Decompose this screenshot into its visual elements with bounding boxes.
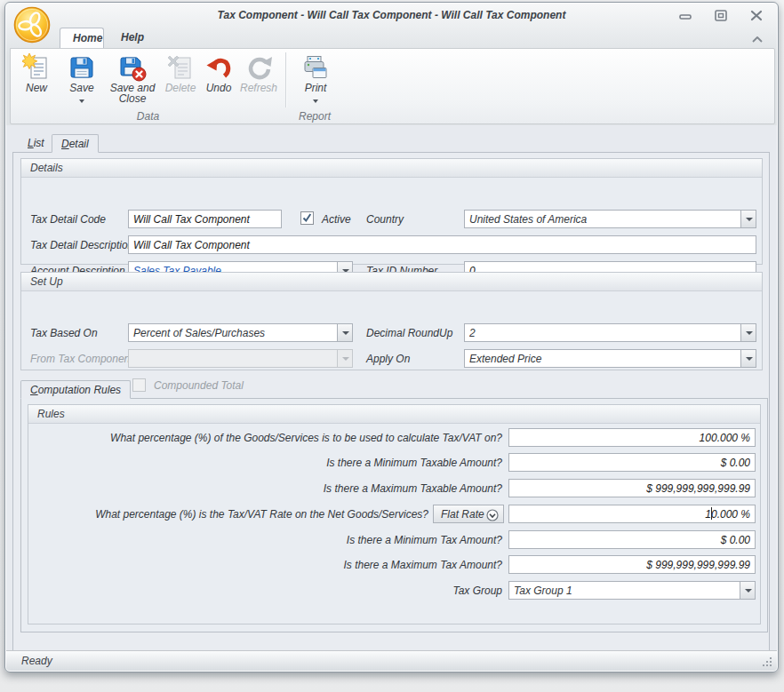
status-bar: Ready [6, 650, 777, 671]
save-floppy-icon [68, 53, 96, 82]
apply-on-dropdown-arrow-icon[interactable] [740, 350, 756, 367]
refresh-button[interactable]: Refresh [237, 52, 280, 110]
rule-max-tax-input[interactable] [508, 555, 756, 574]
country-dropdown-arrow-icon[interactable] [740, 211, 756, 227]
checkmark-icon [301, 212, 313, 224]
tab-computation-rules[interactable]: Computation Rules [20, 380, 131, 399]
country-label: Country [366, 213, 404, 227]
tax-detail-description-label: Tax Detail Description [30, 239, 133, 253]
ribbon-group-separator [285, 52, 286, 107]
content-area: List Detail Details Tax Detail Code Acti… [6, 125, 777, 650]
circle-chevron-down-icon [486, 509, 499, 521]
tax-group-dropdown[interactable]: Tax Group 1 [508, 581, 756, 600]
flat-rate-button[interactable]: Flat Rate [433, 505, 504, 523]
ribbon-tab-strip: Home Help [5, 28, 778, 48]
tax-detail-description-input[interactable] [128, 235, 756, 254]
compounded-total-checkbox [132, 378, 146, 392]
save-dropdown-arrow-icon[interactable] [79, 99, 84, 103]
decimal-roundup-dropdown[interactable]: 2 [464, 323, 756, 342]
details-group-header: Details [21, 159, 762, 178]
close-button[interactable] [749, 10, 764, 21]
from-tax-component-dropdown-arrow-icon [337, 350, 352, 367]
rule-percent-goods-input[interactable] [508, 428, 756, 447]
rules-group-header: Rules [28, 405, 760, 424]
rule-min-tax-input[interactable] [508, 530, 756, 549]
active-checkbox[interactable] [300, 211, 314, 225]
rule-question: Is there a Minimum Tax Amount? [67, 534, 502, 548]
minimize-icon [678, 10, 692, 21]
resize-grip[interactable] [761, 656, 772, 667]
tax-based-on-dropdown[interactable]: Percent of Sales/Purchases [128, 323, 353, 342]
ribbon-group-label-report: Report [290, 110, 340, 122]
printer-icon [301, 53, 330, 82]
new-document-icon [22, 53, 51, 82]
rule-question: Is there a Maximum Tax Amount? [67, 559, 502, 573]
chevron-up-icon [751, 35, 764, 44]
country-dropdown[interactable]: United States of America [464, 210, 756, 228]
restore-icon [714, 10, 728, 21]
detail-tab-page: Details Tax Detail Code Active Country U… [12, 152, 770, 651]
from-tax-component-label: From Tax Component [30, 353, 133, 367]
status-text: Ready [21, 655, 52, 667]
tax-group-label: Tax Group [67, 585, 502, 599]
from-tax-component-dropdown [128, 349, 353, 368]
window-title: Tax Component - Will Call Tax Component … [5, 9, 778, 21]
rule-question: Is there a Minimum Taxable Amount? [67, 457, 502, 471]
ribbon-tab-help[interactable]: Help [108, 28, 149, 48]
rule-min-taxable-input[interactable] [508, 453, 756, 472]
ribbon-tab-home[interactable]: Home [60, 28, 104, 48]
rule-question: Is there a Maximum Taxable Amount? [67, 482, 502, 497]
active-label: Active [322, 213, 351, 227]
delete-document-icon [166, 53, 195, 82]
ribbon: New Save Save and Close [10, 48, 775, 124]
tax-detail-code-label: Tax Detail Code [30, 213, 106, 227]
restore-button[interactable] [714, 10, 728, 21]
print-dropdown-arrow-icon[interactable] [313, 99, 318, 103]
app-logo-icon[interactable] [12, 5, 52, 44]
rule-tax-rate-input[interactable] [508, 505, 756, 523]
decimal-roundup-dropdown-arrow-icon[interactable] [740, 324, 756, 341]
decimal-roundup-label: Decimal RoundUp [366, 327, 452, 341]
save-button[interactable]: Save [61, 52, 102, 110]
tax-detail-code-input[interactable] [128, 210, 282, 228]
apply-on-dropdown[interactable]: Extended Price [464, 349, 756, 368]
refresh-icon [244, 53, 273, 82]
text-cursor [711, 507, 712, 520]
rule-question: What percentage (%) is the Tax/VAT Rate … [40, 508, 428, 522]
ribbon-group-label-data: Data [16, 110, 280, 122]
tab-detail[interactable]: Detail [52, 134, 99, 153]
delete-button[interactable]: Delete [161, 52, 200, 110]
rule-max-taxable-input[interactable] [508, 479, 756, 497]
rule-question: What percentage (%) of the Goods/Service… [67, 432, 502, 446]
undo-button[interactable]: Undo [201, 52, 236, 110]
tab-list[interactable]: List [19, 134, 53, 153]
close-icon [749, 10, 764, 21]
tax-based-on-label: Tax Based On [30, 327, 98, 341]
save-close-icon [118, 53, 147, 82]
app-window: Tax Component - Will Call Tax Component … [4, 2, 779, 672]
collapse-ribbon-button[interactable] [751, 34, 764, 43]
new-button[interactable]: New [16, 52, 57, 110]
apply-on-label: Apply On [366, 353, 410, 367]
tax-based-on-dropdown-arrow-icon[interactable] [337, 324, 352, 341]
minimize-button[interactable] [678, 10, 692, 21]
print-button[interactable]: Print [293, 52, 338, 110]
undo-arrow-icon [204, 53, 233, 82]
title-bar[interactable]: Tax Component - Will Call Tax Component … [5, 3, 778, 28]
setup-group-header: Set Up [21, 273, 762, 291]
tax-group-dropdown-arrow-icon[interactable] [740, 582, 755, 599]
save-and-close-button[interactable]: Save and Close [107, 52, 158, 110]
compounded-total-label: Compounded Total [154, 379, 244, 394]
